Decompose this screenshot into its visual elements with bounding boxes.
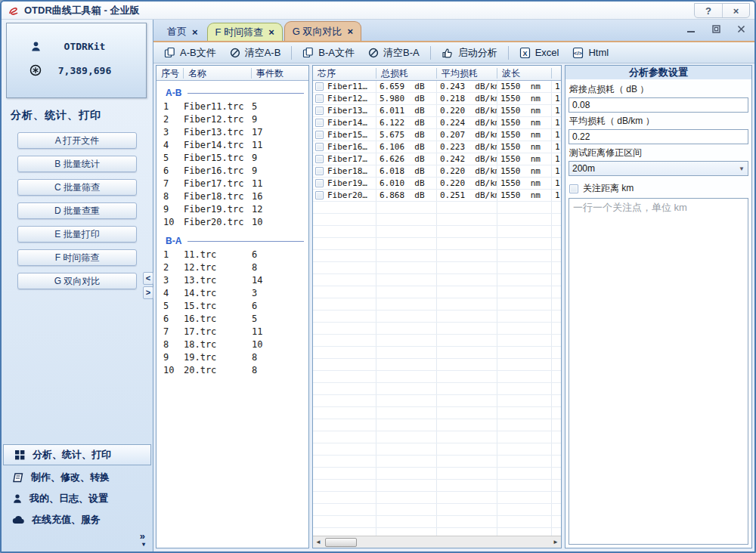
column-header-core[interactable]: 芯序 [313, 68, 376, 79]
sidebar-action-button-f[interactable]: F 时间筛查 [17, 249, 137, 266]
results-row[interactable]: Fiber12…5.980 dB0.218 dB/km1550 nm1 [313, 93, 561, 105]
file-list-row[interactable]: 3Fiber13.trc17 [156, 126, 308, 139]
restore-icon[interactable] [712, 25, 720, 33]
results-row[interactable]: Fiber14…6.122 dB0.224 dB/km1550 nm1 [313, 117, 561, 129]
file-group-label: A-B [156, 85, 308, 100]
sidebar-buttons: A 打开文件B 批量统计C 批量筛查D 批量查重E 批量打印F 时间筛查G 双向… [2, 132, 153, 289]
file-list-row[interactable]: 8Fiber18.trc16 [156, 190, 308, 203]
column-header-wavelength[interactable]: 波长 [497, 68, 552, 79]
results-row[interactable]: Fiber17…6.626 dB0.242 dB/km1550 nm1 [313, 153, 561, 165]
toolbar-button-0[interactable]: A-B文件 [158, 44, 222, 62]
row-checkbox[interactable] [315, 155, 324, 163]
row-checkbox[interactable] [315, 82, 324, 91]
results-row[interactable]: Fiber18…6.018 dB0.220 dB/km1550 nm1 [313, 165, 561, 178]
empty-cell [376, 443, 437, 455]
focus-points-textarea[interactable] [569, 198, 748, 545]
sidebar-action-button-c[interactable]: C 批量筛查 [17, 179, 137, 196]
scroll-left-icon[interactable]: ◄ [313, 539, 324, 545]
file-list-row[interactable]: 616.trc5 [156, 313, 308, 326]
row-checkbox[interactable] [315, 167, 324, 175]
row-checkbox[interactable] [315, 107, 324, 115]
file-list-row[interactable]: 212.trc8 [156, 261, 308, 274]
close-window-button[interactable]: × [722, 4, 749, 17]
file-list-row[interactable]: 515.trc6 [156, 300, 308, 313]
help-button[interactable]: ? [695, 4, 722, 17]
splice-loss-input[interactable] [569, 97, 748, 113]
column-header-total-loss[interactable]: 总损耗 [376, 68, 437, 79]
close-tab-window-icon[interactable] [737, 25, 745, 33]
row-checkbox[interactable] [315, 131, 324, 139]
file-list-row[interactable]: 919.trc8 [156, 351, 308, 364]
file-list-row[interactable]: 313.trc14 [156, 274, 308, 287]
scroll-right-icon[interactable]: ► [550, 539, 561, 545]
toolbar-button-6[interactable]: </>Html [566, 45, 615, 61]
column-header-events[interactable]: 事件数 [252, 68, 308, 79]
tab-close-icon[interactable]: × [268, 26, 274, 38]
file-index-cell: 10 [156, 216, 184, 229]
sidebar-action-button-d[interactable]: D 批量查重 [17, 202, 137, 219]
toolbar-button-1[interactable]: 清空A-B [224, 44, 287, 62]
core-name: Fiber15… [327, 130, 367, 140]
sidebar-nav-item-0[interactable]: 分析、统计、打印 [3, 444, 151, 465]
file-list-row[interactable]: 1020.trc8 [156, 364, 308, 377]
results-row[interactable]: Fiber13…6.011 dB0.220 dB/km1550 nm1 [313, 105, 561, 117]
empty-cell [552, 262, 561, 273]
row-checkbox[interactable] [315, 143, 324, 151]
minimize-icon[interactable] [687, 26, 696, 33]
file-list-row[interactable]: 2Fiber12.trc9 [156, 113, 308, 126]
scrollbar-thumb[interactable] [325, 538, 357, 547]
column-header-name[interactable]: 名称 [184, 68, 252, 79]
tab-1[interactable]: F 时间筛查× [207, 23, 283, 41]
file-list-row[interactable]: 111.trc6 [156, 249, 308, 261]
results-row[interactable]: Fiber19…6.010 dB0.220 dB/km1550 nm1 [313, 178, 561, 190]
results-row[interactable]: Fiber16…6.106 dB0.223 dB/km1550 nm1 [313, 141, 561, 153]
file-list-row[interactable]: 6Fiber16.trc9 [156, 165, 308, 178]
nav-more-button[interactable]: » ▾ [2, 530, 153, 550]
file-list-row[interactable]: 9Fiber19.trc12 [156, 203, 308, 216]
file-list-row[interactable]: 4Fiber14.trc11 [156, 139, 308, 152]
results-row[interactable]: Fiber15…5.675 dB0.207 dB/km1550 nm1 [313, 129, 561, 141]
row-checkbox[interactable] [315, 179, 324, 187]
sidebar-nav-item-1[interactable]: 制作、修改、转换 [2, 467, 153, 488]
sidebar-action-button-g[interactable]: G 双向对比 [17, 273, 137, 289]
file-list-row[interactable]: 717.trc11 [156, 326, 308, 338]
focus-distance-checkbox[interactable] [569, 184, 578, 193]
row-checkbox[interactable] [315, 191, 324, 199]
results-core-cell: Fiber11… [313, 81, 376, 92]
column-header-index[interactable]: 序号 [156, 68, 184, 79]
results-row[interactable]: Fiber11…6.659 dB0.243 dB/km1550 nm1 [313, 81, 561, 93]
chevron-down-icon: ▾ [2, 540, 145, 548]
results-row[interactable]: Fiber20…6.868 dB0.251 dB/km1550 nm1 [313, 190, 561, 202]
tab-close-icon[interactable]: × [347, 26, 353, 37]
collapse-right-button[interactable]: > [143, 286, 153, 299]
empty-cell [497, 250, 552, 261]
sidebar-action-button-e[interactable]: E 批量打印 [17, 226, 137, 243]
tab-0[interactable]: 首页× [160, 23, 206, 41]
row-checkbox[interactable] [315, 119, 324, 127]
sidebar-nav-item-2[interactable]: 我的、日志、设置 [2, 488, 153, 509]
row-checkbox[interactable] [315, 94, 324, 103]
toolbar-button-4[interactable]: 启动分析 [435, 44, 503, 62]
file-list-row[interactable]: 1Fiber11.trc5 [156, 100, 308, 113]
column-header-clipped[interactable] [552, 68, 561, 79]
file-index-cell: 6 [156, 313, 184, 326]
file-events-cell: 14 [252, 274, 308, 287]
sidebar-action-button-a[interactable]: A 打开文件 [17, 132, 137, 149]
file-list-row[interactable]: 818.trc10 [156, 338, 308, 351]
file-list-row[interactable]: 5Fiber15.trc9 [156, 152, 308, 165]
distance-correction-select[interactable]: 200m ▼ [569, 161, 748, 176]
toolbar-button-2[interactable]: B-A文件 [296, 44, 361, 62]
tab-close-icon[interactable]: × [192, 26, 198, 38]
file-list-row[interactable]: 10Fiber20.trc10 [156, 216, 308, 229]
toolbar-button-5[interactable]: XExcel [513, 45, 565, 61]
sidebar-nav-item-3[interactable]: 在线充值、服务 [2, 509, 153, 530]
collapse-left-button[interactable]: < [143, 272, 153, 285]
column-header-avg-loss[interactable]: 平均损耗 [437, 68, 497, 79]
file-list-row[interactable]: 414.trc3 [156, 287, 308, 300]
horizontal-scrollbar[interactable]: ◄ ► [313, 536, 561, 548]
avg-loss-input[interactable] [569, 129, 748, 144]
tab-2[interactable]: G 双向对比× [284, 21, 361, 41]
file-list-row[interactable]: 7Fiber17.trc11 [156, 178, 308, 190]
toolbar-button-3[interactable]: 清空B-A [362, 44, 426, 62]
sidebar-action-button-b[interactable]: B 批量统计 [17, 156, 137, 172]
